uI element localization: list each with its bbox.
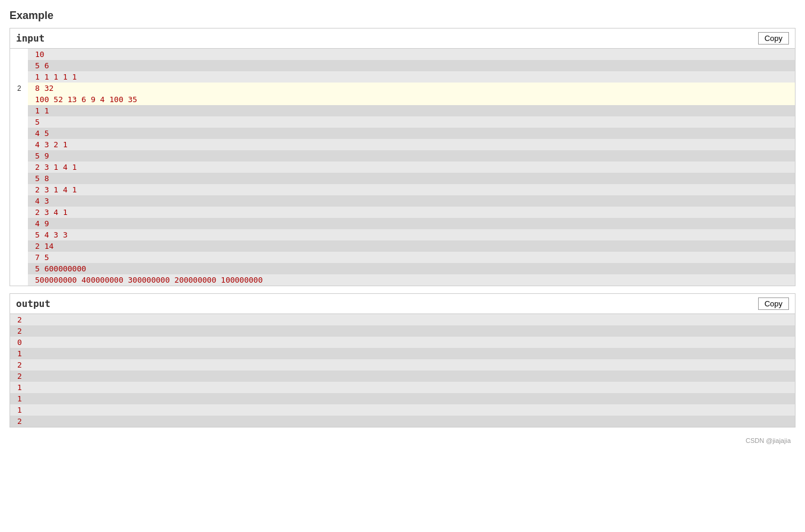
output-label: output <box>16 298 50 309</box>
output-section-header: output Copy <box>10 294 795 314</box>
input-line: 1 1 1 1 1 <box>28 71 795 83</box>
output-line: 1 <box>10 382 795 393</box>
line-text: 5 6 <box>35 61 49 70</box>
output-section: output Copy 2201221112 <box>9 293 796 428</box>
output-copy-button[interactable]: Copy <box>758 297 789 310</box>
line-text: 1 1 <box>35 106 49 115</box>
line-text: 5 8 <box>35 174 49 183</box>
output-line: 1 <box>10 393 795 404</box>
input-line: 2 3 1 4 1 <box>28 184 795 195</box>
input-section: input Copy 105 61 1 1 1 128 32100 52 13 … <box>9 28 796 286</box>
input-line: 500000000 400000000 300000000 200000000 … <box>28 274 795 286</box>
line-text: 4 3 2 1 <box>35 140 68 149</box>
input-line: 100 52 13 6 9 4 100 35 <box>28 94 795 105</box>
line-text: 2 14 <box>35 242 53 251</box>
input-line: 2 3 4 1 <box>28 207 795 218</box>
input-line: 5 <box>28 116 795 128</box>
line-text: 8 32 <box>35 84 53 93</box>
line-text: 2 3 1 4 1 <box>35 163 77 172</box>
input-copy-button[interactable]: Copy <box>758 32 789 45</box>
line-text: 2 3 1 4 1 <box>35 185 77 194</box>
input-line: 4 3 2 1 <box>28 139 795 150</box>
output-line: 2 <box>10 314 795 325</box>
input-line: 2 3 1 4 1 <box>28 162 795 173</box>
input-line: 4 3 <box>28 195 795 207</box>
input-line: 7 5 <box>28 252 795 263</box>
input-label: input <box>16 33 45 44</box>
output-line: 2 <box>10 370 795 382</box>
output-line: 1 <box>10 348 795 359</box>
input-line: 2 14 <box>28 240 795 252</box>
output-line: 1 <box>10 404 795 416</box>
line-text: 5 9 <box>35 151 49 160</box>
input-line: 28 32 <box>28 83 795 94</box>
line-text: 500000000 400000000 300000000 200000000 … <box>35 276 263 284</box>
input-line: 5 600000000 <box>28 263 795 274</box>
line-text: 4 9 <box>35 219 49 228</box>
line-text: 100 52 13 6 9 4 100 35 <box>35 95 137 104</box>
input-line: 4 9 <box>28 218 795 229</box>
line-text: 4 5 <box>35 129 49 138</box>
input-line: 10 <box>28 49 795 60</box>
output-code-lines: 2201221112 <box>10 314 795 427</box>
output-line: 2 <box>10 359 795 370</box>
input-section-header: input Copy <box>10 28 795 49</box>
input-line: 5 4 3 3 <box>28 229 795 240</box>
output-line: 2 <box>10 325 795 337</box>
line-text: 5 600000000 <box>35 264 86 273</box>
input-code-lines-wrapper: 105 61 1 1 1 128 32100 52 13 6 9 4 100 3… <box>10 49 795 286</box>
line-text: 4 3 <box>35 197 49 205</box>
line-text: 1 1 1 1 1 <box>35 72 77 81</box>
example-title: Example <box>9 10 796 22</box>
input-line: 5 8 <box>28 173 795 184</box>
line-text: 7 5 <box>35 253 49 262</box>
input-line: 1 1 <box>28 105 795 116</box>
input-line: 4 5 <box>28 128 795 139</box>
line-text: 5 <box>35 118 40 126</box>
output-line: 0 <box>10 337 795 348</box>
input-line: 5 6 <box>28 60 795 71</box>
line-number: 2 <box>17 84 21 93</box>
line-text: 5 4 3 3 <box>35 230 68 239</box>
page-container: Example input Copy 105 61 1 1 1 128 3210… <box>9 10 796 446</box>
watermark: CSDN @jiajajia <box>9 435 796 446</box>
input-code-lines: 105 61 1 1 1 128 32100 52 13 6 9 4 100 3… <box>28 49 795 286</box>
line-text: 2 3 4 1 <box>35 208 68 217</box>
input-line: 5 9 <box>28 150 795 162</box>
line-text: 10 <box>35 50 45 59</box>
output-line: 2 <box>10 416 795 427</box>
